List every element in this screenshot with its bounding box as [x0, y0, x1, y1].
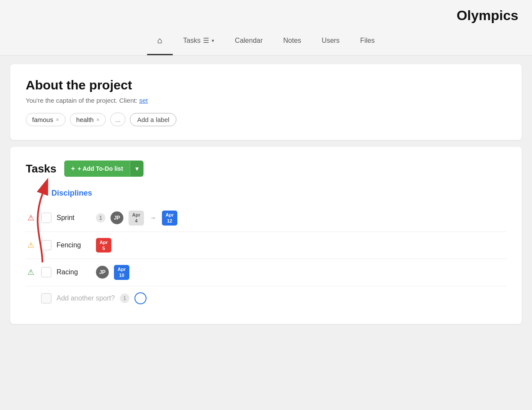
nav-files-label: Files	[360, 37, 375, 45]
add-todo-dropdown-btn[interactable]: ▾	[130, 161, 143, 176]
sprint-avatar: JP	[111, 211, 123, 224]
label-health[interactable]: health ×	[70, 113, 106, 126]
add-sport-count: 1	[120, 294, 129, 303]
label-famous-text: famous	[32, 116, 53, 123]
nav-notes[interactable]: Notes	[273, 28, 311, 54]
task-row-sprint: ⚠ Sprint 1 JP Apr 4 → Apr 12	[26, 205, 506, 232]
sprint-count: 1	[96, 213, 105, 223]
nav-calendar-label: Calendar	[235, 37, 263, 45]
fencing-name: Fencing	[57, 241, 91, 249]
sprint-start-date: Apr 4	[129, 211, 144, 226]
nav-tasks-label: Tasks	[183, 37, 200, 45]
label-health-text: health	[76, 116, 94, 123]
add-sport-checkbox[interactable]	[41, 293, 51, 303]
racing-avatar: JP	[96, 266, 109, 279]
add-label-text: Add a label	[137, 116, 169, 123]
label-famous[interactable]: famous ×	[26, 113, 66, 126]
nav-users[interactable]: Users	[311, 28, 350, 54]
nav-home[interactable]: ⌂	[147, 27, 173, 55]
nav-calendar[interactable]: Calendar	[224, 28, 273, 54]
disciplines-section-title: Disciplines	[51, 189, 506, 198]
main-content: About the project You're the captain of …	[0, 56, 532, 339]
nav-users-label: Users	[322, 37, 340, 45]
sprint-checkbox[interactable]	[41, 213, 51, 223]
add-sport-text: Add another sport?	[57, 294, 115, 302]
add-todo-label: + Add To-Do list	[78, 165, 123, 172]
date-arrow-icon: →	[150, 214, 156, 221]
labels-row: famous × health × ... Add a label	[26, 113, 506, 126]
about-title: About the project	[26, 78, 506, 92]
racing-checkbox[interactable]	[41, 267, 51, 277]
fencing-checkbox[interactable]	[41, 240, 51, 250]
tasks-header: Tasks + + Add To-Do list ▾	[26, 160, 506, 177]
about-subtitle: You're the captain of the project. Clien…	[26, 97, 506, 104]
fencing-warning-icon: ⚠	[26, 240, 36, 250]
app-title: Olympics	[457, 8, 518, 24]
main-nav: ⌂ Tasks ☰ ▾ Calendar Notes Users Files	[147, 27, 385, 55]
home-icon: ⌂	[157, 36, 162, 45]
sprint-warning-icon: ⚠	[26, 213, 36, 223]
fencing-date: Apr 5	[96, 238, 111, 253]
client-link[interactable]: set	[139, 97, 148, 104]
nav-notes-label: Notes	[283, 37, 301, 45]
add-label-button[interactable]: Add a label	[130, 113, 176, 126]
nav-files[interactable]: Files	[350, 28, 385, 54]
label-more-text: ...	[115, 116, 121, 123]
sprint-name: Sprint	[57, 214, 91, 222]
dropdown-chevron-icon: ▾	[135, 165, 138, 172]
racing-date: Apr 10	[114, 265, 129, 280]
tasks-title: Tasks	[26, 162, 57, 175]
about-project-card: About the project You're the captain of …	[10, 64, 522, 140]
racing-name: Racing	[57, 268, 91, 276]
header: Olympics ⌂ Tasks ☰ ▾ Calendar Notes User…	[0, 0, 532, 56]
add-sport-row: Add another sport? 1	[26, 286, 506, 310]
tasks-list-icon: ☰	[203, 36, 209, 45]
label-health-remove[interactable]: ×	[96, 116, 100, 123]
subtitle-text: You're the captain of the project. Clien…	[26, 97, 137, 104]
sprint-end-date: Apr 12	[162, 211, 177, 226]
nav-tasks[interactable]: Tasks ☰ ▾	[173, 28, 224, 54]
add-sport-circle-icon	[134, 292, 146, 304]
add-todo-button[interactable]: + + Add To-Do list ▾	[64, 160, 144, 177]
task-row-racing: ⚠ Racing JP Apr 10	[26, 259, 506, 286]
label-more-btn[interactable]: ...	[110, 113, 126, 126]
tasks-card: Tasks + + Add To-Do list ▾ Disciplines ⚠…	[10, 147, 522, 324]
task-row-fencing: ⚠ Fencing Apr 5	[26, 232, 506, 259]
tasks-dropdown-icon: ▾	[212, 38, 214, 44]
label-famous-remove[interactable]: ×	[56, 116, 59, 123]
add-todo-main[interactable]: + + Add To-Do list	[64, 160, 130, 177]
racing-warning-icon: ⚠	[26, 267, 36, 277]
plus-icon: +	[71, 165, 75, 172]
